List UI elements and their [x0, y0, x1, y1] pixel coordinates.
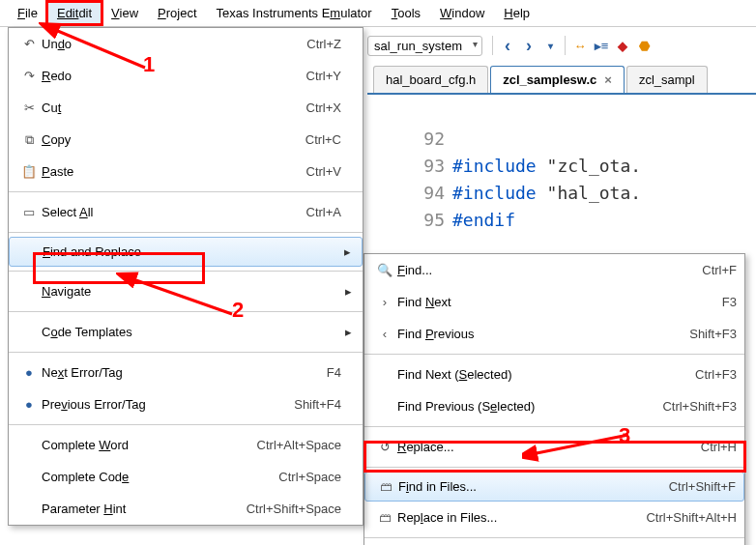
code-lines: #include "zcl_ota. #include "hal_ota. #e…: [452, 126, 641, 261]
menu-replace[interactable]: ↺Replace...Ctrl+H: [364, 431, 744, 463]
menu-select-all[interactable]: ▭Select AllCtrl+A: [9, 196, 363, 228]
marker-icon[interactable]: ◆: [612, 35, 633, 56]
menu-redo[interactable]: ↷RedoCtrl+Y: [9, 60, 363, 92]
menu-navigate[interactable]: Navigate▸: [9, 275, 363, 307]
menu-window[interactable]: Window: [430, 2, 494, 24]
menu-paste[interactable]: 📋PasteCtrl+V: [9, 156, 363, 187]
nav-back-icon[interactable]: ‹: [497, 35, 518, 56]
menu-view[interactable]: View: [102, 2, 148, 24]
menu-find-replace[interactable]: Find and Replace▸: [9, 237, 363, 267]
menu-tools[interactable]: Tools: [382, 2, 430, 24]
menu-find[interactable]: 🔍Find...Ctrl+F: [364, 254, 744, 286]
line-gutter: 92939495: [367, 126, 445, 234]
editor-tabs: hal_board_cfg.h zcl_samplesw.c× zcl_samp…: [367, 62, 756, 95]
menu-replace-in-files[interactable]: 🗃Replace in Files...Ctrl+Shift+Alt+H: [364, 502, 744, 533]
menu-next-error[interactable]: ●Next Error/TagF4: [9, 357, 363, 388]
menu-find-next-sel[interactable]: Find Next (Selected)Ctrl+F3: [364, 359, 744, 390]
menu-find-prev[interactable]: ‹Find PreviousShift+F3: [364, 318, 744, 350]
menu-find-in-files[interactable]: 🗃Find in Files...Ctrl+Shift+F: [364, 472, 744, 502]
nav-fwd-icon[interactable]: ›: [518, 35, 539, 56]
menu-edit[interactable]: Editdit: [47, 2, 102, 24]
menu-find-prev-sel[interactable]: Find Previous (Selected)Ctrl+Shift+F3: [364, 390, 744, 422]
menu-cut[interactable]: ✂CutCtrl+X: [9, 92, 363, 124]
step-icon[interactable]: ▸≡: [591, 35, 612, 56]
menu-prev-error[interactable]: ●Previous Error/TagShift+F4: [9, 388, 363, 420]
find-replace-submenu: 🔍Find...Ctrl+F ›Find NextF3 ‹Find Previo…: [363, 253, 745, 545]
menu-find-next[interactable]: ›Find NextF3: [364, 286, 744, 318]
close-icon[interactable]: ×: [604, 72, 612, 87]
tab-zcl-sampl[interactable]: zcl_sampl: [626, 66, 708, 93]
history-dd-icon[interactable]: ▾: [539, 35, 561, 56]
swap-icon[interactable]: ↔: [569, 35, 591, 56]
config-dropdown[interactable]: sal_run_system: [367, 36, 482, 56]
search-icon: 🔍: [372, 263, 397, 277]
menu-complete-code[interactable]: Complete CodeCtrl+Space: [9, 461, 363, 493]
menu-code-templates[interactable]: Code Templates▸: [9, 316, 363, 348]
menu-complete-word[interactable]: Complete WordCtrl+Alt+Space: [9, 429, 363, 461]
menu-parameter-hint[interactable]: Parameter HintCtrl+Shift+Space: [9, 493, 363, 525]
edit-dropdown: ↶UndoCtrl+Z ↷RedoCtrl+Y ✂CutCtrl+X ⧉Copy…: [8, 27, 363, 526]
tab-hal-board[interactable]: hal_board_cfg.h: [373, 66, 488, 93]
editor-toolbar: sal_run_system ‹ › ▾ ↔ ▸≡ ◆ ⬣: [367, 31, 756, 60]
chevron-left-icon: ‹: [372, 327, 397, 341]
menu-help[interactable]: Help: [494, 2, 539, 24]
find-files-icon: 🗃: [373, 479, 398, 494]
menu-undo[interactable]: ↶UndoCtrl+Z: [9, 28, 363, 60]
menu-emulator[interactable]: Texas Instruments Emulator: [207, 2, 382, 24]
replace-files-icon: 🗃: [372, 510, 397, 525]
tab-zcl-samplesw[interactable]: zcl_samplesw.c×: [490, 66, 625, 95]
menu-copy[interactable]: ⧉CopyCtrl+C: [9, 124, 363, 156]
chevron-right-icon: ›: [372, 295, 397, 309]
menubar: File Editdit View Project Texas Instrume…: [0, 0, 756, 27]
menu-project[interactable]: Project: [148, 2, 206, 24]
replace-icon: ↺: [372, 440, 397, 454]
menu-file[interactable]: File: [8, 2, 47, 24]
shield-icon[interactable]: ⬣: [633, 35, 654, 56]
